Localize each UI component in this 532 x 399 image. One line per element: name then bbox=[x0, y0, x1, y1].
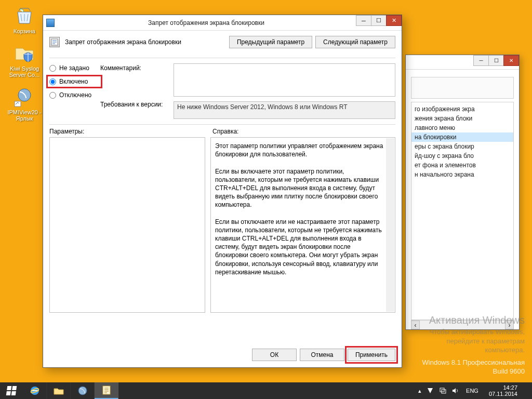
policy-list[interactable]: го изображения экра жения экрана блоки л… bbox=[411, 102, 514, 320]
state-radio-group: Не задано Включено Отключено bbox=[49, 61, 97, 99]
help-text: Этот параметр политики управляет отображ… bbox=[215, 142, 385, 276]
comment-textarea[interactable] bbox=[174, 63, 395, 97]
radio-not-configured[interactable]: Не задано bbox=[49, 64, 97, 72]
watermark-line: перейдите к параметрам bbox=[422, 337, 525, 346]
apply-button[interactable]: Применить bbox=[348, 349, 395, 361]
start-button[interactable] bbox=[0, 382, 23, 399]
radio-label: Не задано bbox=[59, 64, 89, 72]
maximize-button[interactable]: ☐ bbox=[488, 55, 504, 66]
list-item[interactable]: го изображения экра bbox=[411, 104, 513, 114]
taskbar-item-explorer[interactable] bbox=[47, 382, 71, 399]
taskbar-item-ipmiview[interactable] bbox=[71, 382, 95, 399]
policy-icon bbox=[49, 37, 60, 47]
clock-time: 14:27 bbox=[489, 384, 517, 391]
action-center-icon[interactable] bbox=[427, 387, 434, 394]
next-setting-button[interactable]: Следующий параметр bbox=[315, 36, 395, 48]
watermark-build: Build 9600 bbox=[422, 367, 525, 376]
radio-input[interactable] bbox=[49, 65, 56, 72]
watermark-line: компьютера. bbox=[422, 345, 525, 355]
watermark-line: Чтобы активировать Windows, bbox=[422, 327, 525, 337]
activation-watermark: Активация Windows Чтобы активировать Win… bbox=[422, 313, 525, 376]
list-item[interactable]: на блокировки bbox=[411, 132, 513, 142]
taskbar: ▴ ENG 14:27 07.11.2014 bbox=[0, 382, 532, 399]
radio-enabled[interactable]: Включено bbox=[48, 77, 100, 86]
scrollbar[interactable] bbox=[386, 102, 394, 118]
ok-button[interactable]: ОК bbox=[252, 349, 297, 361]
desktop-icon-recycle-bin[interactable]: Корзина bbox=[4, 4, 45, 34]
windows-logo-icon bbox=[6, 386, 17, 395]
close-button[interactable]: ✕ bbox=[503, 55, 519, 66]
folder-shield-icon bbox=[12, 42, 37, 64]
svg-rect-6 bbox=[103, 386, 110, 394]
ie-icon bbox=[29, 385, 41, 396]
radio-label: Отключено bbox=[59, 91, 91, 99]
desktop-icon-label: Kiwi Syslog Server Co... bbox=[4, 65, 45, 78]
maximize-button[interactable]: ☐ bbox=[371, 15, 387, 26]
background-window[interactable]: ─ ☐ ✕ го изображения экра жения экрана б… bbox=[405, 55, 520, 330]
titlebar[interactable]: Запрет отображения экрана блокировки ─ ☐… bbox=[43, 15, 402, 31]
radio-input[interactable] bbox=[49, 92, 56, 99]
requirement-box: Не ниже Windows Server 2012, Windows 8 и… bbox=[174, 101, 395, 119]
svg-point-5 bbox=[78, 387, 87, 395]
requirement-label: Требования к версии: bbox=[100, 101, 170, 108]
header-text: Запрет отображения экрана блокировки bbox=[65, 38, 224, 46]
list-item[interactable]: ет фона и элементов bbox=[411, 161, 513, 170]
help-panel: Этот параметр политики управляет отображ… bbox=[210, 137, 395, 313]
app-icon bbox=[77, 385, 88, 396]
recycle-bin-icon bbox=[12, 4, 37, 27]
list-item[interactable]: н начального экрана bbox=[411, 170, 513, 179]
clock-date: 07.11.2014 bbox=[489, 391, 517, 397]
scroll-left-icon[interactable]: ‹ bbox=[411, 321, 420, 329]
bg-titlebar: ─ ☐ ✕ bbox=[406, 55, 519, 70]
footer-buttons: ОК Отмена Применить bbox=[43, 341, 402, 367]
folder-icon bbox=[53, 385, 64, 396]
policy-dialog: Запрет отображения экрана блокировки ─ ☐… bbox=[43, 15, 402, 368]
radio-label: Включено bbox=[59, 78, 88, 85]
help-label: Справка: bbox=[210, 128, 238, 135]
volume-icon[interactable] bbox=[451, 387, 459, 394]
desktop-icon-kiwi-syslog[interactable]: Kiwi Syslog Server Co... bbox=[4, 42, 45, 78]
tray-overflow-icon[interactable]: ▴ bbox=[418, 388, 421, 394]
requirement-text: Не ниже Windows Server 2012, Windows 8 и… bbox=[177, 103, 348, 111]
list-item[interactable]: лавного меню bbox=[411, 123, 513, 132]
prev-setting-button[interactable]: Предыдущий параметр bbox=[229, 36, 312, 48]
list-item[interactable]: еры с экрана блокир bbox=[411, 142, 513, 151]
radio-input[interactable] bbox=[49, 78, 56, 85]
cancel-button[interactable]: Отмена bbox=[300, 349, 344, 361]
parameters-panel bbox=[49, 137, 205, 313]
minimize-button[interactable]: ─ bbox=[356, 15, 371, 26]
dialog-title: Запрет отображения экрана блокировки bbox=[58, 19, 402, 26]
taskbar-item-gpedit[interactable] bbox=[95, 382, 118, 399]
language-indicator[interactable]: ENG bbox=[464, 388, 481, 394]
parameters-label: Параметры: bbox=[49, 128, 205, 135]
list-item[interactable]: жения экрана блоки bbox=[411, 114, 513, 123]
divider bbox=[49, 124, 395, 125]
divider bbox=[49, 58, 395, 58]
bg-body: го изображения экра жения экрана блоки л… bbox=[406, 70, 519, 335]
system-tray: ▴ ENG 14:27 07.11.2014 bbox=[413, 382, 532, 399]
comment-label: Комментарий: bbox=[100, 64, 170, 101]
document-icon bbox=[101, 384, 112, 396]
desktop-icon-label: IPMIView20 - Ярлык bbox=[4, 109, 45, 122]
desktop: Корзина Kiwi Syslog Server Co... IPMIVie… bbox=[0, 0, 532, 399]
minimize-button[interactable]: ─ bbox=[473, 55, 489, 66]
close-button[interactable]: ✕ bbox=[386, 15, 402, 26]
header-row: Запрет отображения экрана блокировки Пре… bbox=[43, 31, 402, 52]
desktop-icons: Корзина Kiwi Syslog Server Co... IPMIVie… bbox=[4, 4, 45, 129]
dialog-icon bbox=[46, 19, 55, 27]
taskbar-item-ie[interactable] bbox=[23, 382, 47, 399]
app-shortcut-icon bbox=[12, 85, 37, 108]
network-icon[interactable] bbox=[439, 387, 446, 394]
watermark-title: Активация Windows bbox=[422, 313, 525, 327]
watermark-build: Windows 8.1 Профессиональная bbox=[422, 358, 525, 367]
list-item[interactable]: йд-шоу с экрана бло bbox=[411, 151, 513, 161]
desktop-icon-ipmiview[interactable]: IPMIView20 - Ярлык bbox=[4, 85, 45, 122]
scrollbar[interactable] bbox=[386, 138, 394, 312]
clock[interactable]: 14:27 07.11.2014 bbox=[486, 384, 521, 397]
desktop-icon-label: Корзина bbox=[4, 28, 45, 34]
radio-disabled[interactable]: Отключено bbox=[49, 91, 97, 99]
